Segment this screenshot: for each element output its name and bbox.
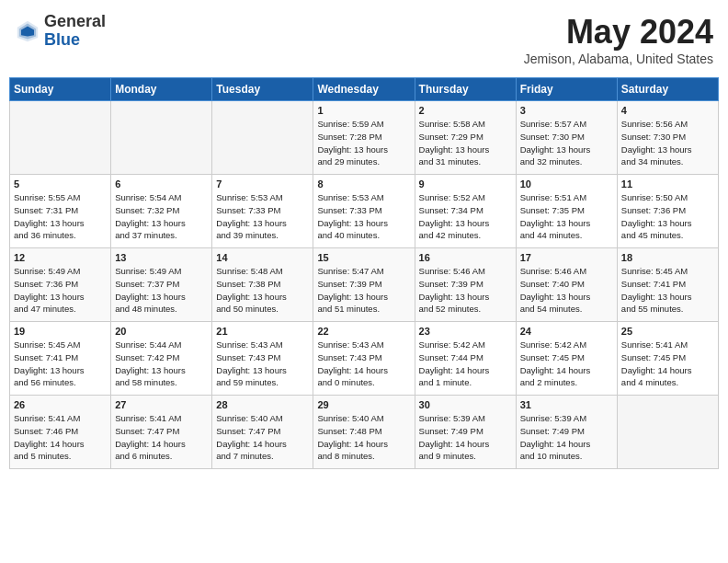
column-header-saturday: Saturday	[617, 78, 718, 101]
day-number: 1	[317, 105, 410, 116]
week-row-4: 19Sunrise: 5:45 AM Sunset: 7:41 PM Dayli…	[10, 322, 719, 396]
calendar-cell: 2Sunrise: 5:58 AM Sunset: 7:29 PM Daylig…	[415, 101, 516, 175]
calendar-cell: 1Sunrise: 5:59 AM Sunset: 7:28 PM Daylig…	[313, 101, 415, 175]
day-number: 15	[317, 252, 410, 263]
day-number: 12	[14, 252, 107, 263]
week-row-3: 12Sunrise: 5:49 AM Sunset: 7:36 PM Dayli…	[10, 248, 719, 322]
calendar-cell: 9Sunrise: 5:52 AM Sunset: 7:34 PM Daylig…	[415, 175, 516, 248]
day-number: 19	[14, 326, 107, 337]
day-info: Sunrise: 5:46 AM Sunset: 7:39 PM Dayligh…	[419, 265, 512, 316]
calendar-cell	[10, 101, 111, 175]
month-title: May 2024	[524, 13, 713, 52]
day-number: 20	[115, 326, 208, 337]
calendar-cell: 30Sunrise: 5:39 AM Sunset: 7:49 PM Dayli…	[415, 396, 516, 469]
day-number: 31	[520, 399, 613, 410]
day-number: 27	[115, 399, 208, 410]
day-info: Sunrise: 5:55 AM Sunset: 7:31 PM Dayligh…	[14, 191, 107, 242]
calendar-cell: 28Sunrise: 5:40 AM Sunset: 7:47 PM Dayli…	[212, 396, 313, 469]
day-info: Sunrise: 5:39 AM Sunset: 7:49 PM Dayligh…	[419, 412, 512, 463]
day-number: 10	[520, 178, 613, 190]
calendar-cell: 11Sunrise: 5:50 AM Sunset: 7:36 PM Dayli…	[617, 175, 718, 248]
calendar-cell: 15Sunrise: 5:47 AM Sunset: 7:39 PM Dayli…	[313, 248, 415, 322]
day-number: 16	[419, 252, 512, 263]
day-number: 2	[419, 105, 512, 116]
day-info: Sunrise: 5:46 AM Sunset: 7:40 PM Dayligh…	[520, 265, 613, 316]
day-number: 25	[621, 326, 714, 337]
page-header: General Blue May 2024 Jemison, Alabama, …	[9, 9, 719, 70]
day-number: 18	[621, 252, 714, 263]
day-info: Sunrise: 5:43 AM Sunset: 7:43 PM Dayligh…	[317, 339, 410, 389]
day-info: Sunrise: 5:42 AM Sunset: 7:45 PM Dayligh…	[520, 339, 613, 389]
calendar-cell: 12Sunrise: 5:49 AM Sunset: 7:36 PM Dayli…	[10, 248, 111, 322]
day-info: Sunrise: 5:59 AM Sunset: 7:28 PM Dayligh…	[317, 118, 410, 168]
calendar-cell: 7Sunrise: 5:53 AM Sunset: 7:33 PM Daylig…	[212, 175, 313, 248]
day-info: Sunrise: 5:39 AM Sunset: 7:49 PM Dayligh…	[520, 412, 613, 463]
day-info: Sunrise: 5:40 AM Sunset: 7:47 PM Dayligh…	[216, 412, 309, 463]
day-info: Sunrise: 5:56 AM Sunset: 7:30 PM Dayligh…	[621, 118, 714, 168]
day-info: Sunrise: 5:43 AM Sunset: 7:43 PM Dayligh…	[216, 339, 309, 389]
column-header-monday: Monday	[111, 78, 212, 101]
calendar-table: SundayMondayTuesdayWednesdayThursdayFrid…	[9, 77, 719, 469]
day-info: Sunrise: 5:53 AM Sunset: 7:33 PM Dayligh…	[216, 191, 309, 242]
calendar-cell: 27Sunrise: 5:41 AM Sunset: 7:47 PM Dayli…	[111, 396, 212, 469]
logo: General Blue	[15, 13, 106, 50]
calendar-cell: 26Sunrise: 5:41 AM Sunset: 7:46 PM Dayli…	[10, 396, 111, 469]
day-number: 11	[621, 178, 714, 190]
day-info: Sunrise: 5:50 AM Sunset: 7:36 PM Dayligh…	[621, 191, 714, 242]
day-info: Sunrise: 5:41 AM Sunset: 7:46 PM Dayligh…	[14, 412, 107, 463]
day-info: Sunrise: 5:48 AM Sunset: 7:38 PM Dayligh…	[216, 265, 309, 316]
day-info: Sunrise: 5:44 AM Sunset: 7:42 PM Dayligh…	[115, 339, 208, 389]
day-number: 22	[317, 326, 410, 337]
day-number: 30	[419, 399, 512, 410]
day-number: 23	[419, 326, 512, 337]
day-info: Sunrise: 5:49 AM Sunset: 7:36 PM Dayligh…	[14, 265, 107, 316]
day-number: 8	[317, 178, 410, 190]
day-number: 3	[520, 105, 613, 116]
day-number: 17	[520, 252, 613, 263]
calendar-cell: 14Sunrise: 5:48 AM Sunset: 7:38 PM Dayli…	[212, 248, 313, 322]
calendar-cell: 10Sunrise: 5:51 AM Sunset: 7:35 PM Dayli…	[516, 175, 617, 248]
day-info: Sunrise: 5:40 AM Sunset: 7:48 PM Dayligh…	[317, 412, 410, 463]
title-block: May 2024 Jemison, Alabama, United States	[524, 13, 713, 66]
calendar-cell: 24Sunrise: 5:42 AM Sunset: 7:45 PM Dayli…	[516, 322, 617, 396]
day-info: Sunrise: 5:49 AM Sunset: 7:37 PM Dayligh…	[115, 265, 208, 316]
day-number: 9	[419, 178, 512, 190]
day-number: 26	[14, 399, 107, 410]
day-info: Sunrise: 5:58 AM Sunset: 7:29 PM Dayligh…	[419, 118, 512, 168]
day-number: 6	[115, 178, 208, 190]
day-number: 24	[520, 326, 613, 337]
day-number: 5	[14, 178, 107, 190]
calendar-cell: 4Sunrise: 5:56 AM Sunset: 7:30 PM Daylig…	[617, 101, 718, 175]
day-info: Sunrise: 5:45 AM Sunset: 7:41 PM Dayligh…	[621, 265, 714, 316]
calendar-cell: 23Sunrise: 5:42 AM Sunset: 7:44 PM Dayli…	[415, 322, 516, 396]
day-info: Sunrise: 5:41 AM Sunset: 7:47 PM Dayligh…	[115, 412, 208, 463]
day-number: 7	[216, 178, 309, 190]
day-info: Sunrise: 5:51 AM Sunset: 7:35 PM Dayligh…	[520, 191, 613, 242]
calendar-cell: 22Sunrise: 5:43 AM Sunset: 7:43 PM Dayli…	[313, 322, 415, 396]
day-number: 21	[216, 326, 309, 337]
location: Jemison, Alabama, United States	[524, 52, 713, 66]
day-number: 14	[216, 252, 309, 263]
day-info: Sunrise: 5:42 AM Sunset: 7:44 PM Dayligh…	[419, 339, 512, 389]
calendar-cell: 31Sunrise: 5:39 AM Sunset: 7:49 PM Dayli…	[516, 396, 617, 469]
header-row: SundayMondayTuesdayWednesdayThursdayFrid…	[10, 78, 719, 101]
calendar-cell: 25Sunrise: 5:41 AM Sunset: 7:45 PM Dayli…	[617, 322, 718, 396]
week-row-1: 1Sunrise: 5:59 AM Sunset: 7:28 PM Daylig…	[10, 101, 719, 175]
day-info: Sunrise: 5:41 AM Sunset: 7:45 PM Dayligh…	[621, 339, 714, 389]
column-header-tuesday: Tuesday	[212, 78, 313, 101]
calendar-cell	[111, 101, 212, 175]
calendar-cell: 13Sunrise: 5:49 AM Sunset: 7:37 PM Dayli…	[111, 248, 212, 322]
logo-general-text: General	[44, 13, 106, 31]
day-info: Sunrise: 5:45 AM Sunset: 7:41 PM Dayligh…	[14, 339, 107, 389]
day-number: 28	[216, 399, 309, 410]
logo-text: General Blue	[44, 13, 106, 50]
week-row-5: 26Sunrise: 5:41 AM Sunset: 7:46 PM Dayli…	[10, 396, 719, 469]
calendar-cell	[617, 396, 718, 469]
calendar-cell: 6Sunrise: 5:54 AM Sunset: 7:32 PM Daylig…	[111, 175, 212, 248]
calendar-cell: 5Sunrise: 5:55 AM Sunset: 7:31 PM Daylig…	[10, 175, 111, 248]
day-info: Sunrise: 5:53 AM Sunset: 7:33 PM Dayligh…	[317, 191, 410, 242]
week-row-2: 5Sunrise: 5:55 AM Sunset: 7:31 PM Daylig…	[10, 175, 719, 248]
calendar-cell: 18Sunrise: 5:45 AM Sunset: 7:41 PM Dayli…	[617, 248, 718, 322]
logo-icon	[15, 18, 40, 44]
day-info: Sunrise: 5:57 AM Sunset: 7:30 PM Dayligh…	[520, 118, 613, 168]
